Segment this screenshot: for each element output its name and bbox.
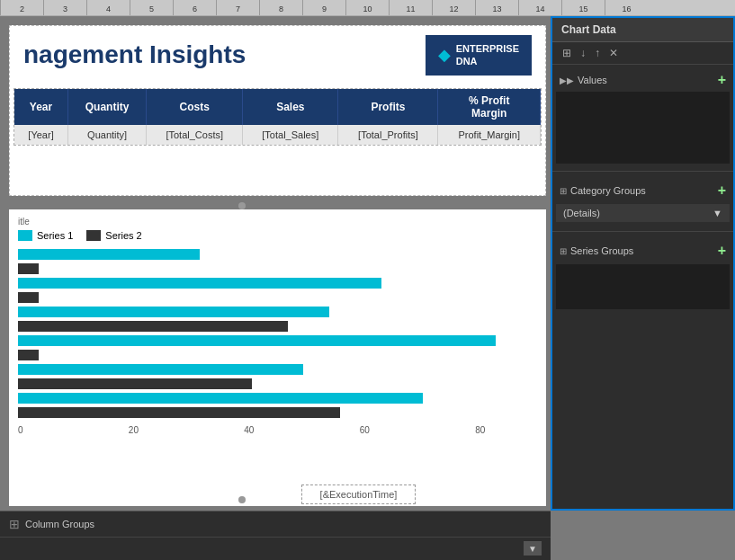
chart-data-panel: Chart Data ⊞ ↓ ↑ ✕ ▶▶ Values + — [551, 16, 735, 511]
ruler: 2 3 4 5 6 7 8 9 10 11 12 13 14 15 16 — [0, 0, 735, 16]
section-divider-2 — [552, 231, 733, 232]
logo-box: ◆ ENTERPRISE DNA — [426, 35, 532, 76]
x-label: 20 — [129, 425, 139, 435]
series-grid-icon: ⊞ — [560, 246, 567, 256]
ruler-tick: 4 — [86, 0, 130, 15]
values-header: ▶▶ Values + — [552, 68, 733, 92]
legend-color-2 — [86, 230, 101, 241]
bar-fill-teal — [18, 393, 423, 404]
ruler-tick: 10 — [345, 0, 389, 15]
bar-row — [18, 335, 537, 347]
series-groups-section: ⊞ Series Groups + — [552, 236, 733, 315]
bar-fill-teal — [18, 335, 496, 346]
x-label: 0 — [18, 425, 23, 435]
toolbar-up-btn[interactable]: ↑ — [592, 46, 603, 60]
section-divider-1 — [552, 171, 733, 172]
category-groups-add-btn[interactable]: + — [718, 182, 726, 199]
details-value: (Details) — [563, 208, 600, 218]
cell-sales: [Total_Sales] — [243, 125, 338, 145]
bar-row — [18, 393, 537, 404]
column-groups-panel: ⊞ Column Groups ▼ — [0, 511, 551, 560]
col-group-content: ▼ — [0, 538, 551, 559]
series-groups-label: Series Groups — [570, 245, 633, 256]
category-groups-header: ⊞ Category Groups + — [552, 179, 733, 202]
bar-fill-teal — [18, 278, 381, 289]
col-year: Year — [14, 89, 68, 125]
values-add-btn[interactable]: + — [718, 72, 726, 88]
ruler-tick: 7 — [216, 0, 259, 15]
bar-fill-dark — [18, 263, 39, 274]
col-group-dropdown[interactable]: ▼ — [524, 541, 542, 556]
col-group-header: ⊞ Column Groups — [0, 511, 551, 538]
cell-profits: [Total_Profits] — [338, 125, 438, 145]
legend-label-2: Series 2 — [105, 230, 141, 241]
execution-time-value: [&ExecutionTime] — [320, 489, 398, 500]
toolbar-down-btn[interactable]: ↓ — [578, 46, 588, 60]
bar-chart: 0 20 40 60 80 — [9, 244, 546, 440]
series-groups-header: ⊞ Series Groups + — [552, 239, 733, 262]
ruler-tick: 5 — [130, 0, 173, 15]
logo-icon: ◆ — [438, 45, 451, 65]
bar-row — [18, 249, 537, 261]
values-arrow-icon: ▶▶ — [560, 76, 574, 85]
bar-fill-teal — [18, 249, 200, 260]
ruler-tick: 16 — [605, 0, 648, 15]
dropdown-arrow-icon: ▼ — [713, 208, 722, 218]
execution-time-box: [&ExecutionTime] — [301, 484, 417, 504]
cell-costs: [Total_Costs] — [147, 125, 243, 145]
table-wrapper: Year Quantity Costs Sales Profits % Prof… — [13, 88, 542, 146]
report-canvas: nagement Insights ◆ ENTERPRISE DNA Year … — [0, 16, 735, 560]
table-row: [Year] Quantity] [Total_Costs] [Total_Sa… — [14, 125, 541, 145]
logo-text: ENTERPRISE DNA — [456, 42, 519, 68]
ruler-tick: 13 — [475, 0, 518, 15]
category-groups-section: ⊞ Category Groups + (Details) ▼ — [552, 175, 733, 227]
report-header: nagement Insights ◆ ENTERPRISE DNA — [10, 26, 545, 84]
ruler-tick: 11 — [389, 0, 432, 15]
category-grid-icon: ⊞ — [560, 186, 567, 196]
toolbar-grid-btn[interactable]: ⊞ — [560, 46, 574, 60]
col-costs: Costs — [147, 89, 243, 125]
bar-row — [18, 378, 537, 390]
ruler-tick: 6 — [173, 0, 216, 15]
toolbar-delete-btn[interactable]: ✕ — [606, 46, 621, 60]
execution-time-area: [&ExecutionTime] — [180, 484, 537, 504]
bar-row — [18, 407, 537, 419]
legend-label-1: Series 1 — [37, 230, 73, 241]
panel-toolbar: ⊞ ↓ ↑ ✕ — [552, 42, 733, 65]
bar-row — [18, 292, 537, 304]
details-dropdown[interactable]: (Details) ▼ — [556, 204, 730, 222]
bar-fill-teal — [18, 307, 329, 317]
bar-row — [18, 321, 537, 333]
panel-header: Chart Data — [552, 18, 733, 42]
legend-item-2: Series 2 — [86, 230, 141, 241]
col-profits: Profits — [338, 89, 438, 125]
data-table: Year Quantity Costs Sales Profits % Prof… — [14, 89, 541, 145]
ruler-tick: 15 — [561, 0, 605, 15]
ruler-tick: 9 — [302, 0, 345, 15]
bar-fill-dark — [18, 292, 39, 303]
bar-row — [18, 350, 537, 361]
bar-row — [18, 278, 537, 289]
legend-item-1: Series 1 — [18, 230, 73, 241]
chart-legend: Series 1 Series 2 — [9, 227, 546, 244]
chart-title: itle — [9, 209, 546, 227]
ruler-tick: 3 — [43, 0, 86, 15]
bar-fill-dark — [18, 407, 340, 418]
bar-row — [18, 364, 537, 376]
ruler-tick: 8 — [259, 0, 302, 15]
category-groups-label: Category Groups — [570, 185, 646, 196]
bar-fill-teal — [18, 364, 303, 375]
chart-area: itle Series 1 Series 2 — [9, 209, 546, 506]
report-page-top: nagement Insights ◆ ENTERPRISE DNA Year … — [9, 25, 546, 196]
ruler-tick: 12 — [432, 0, 475, 15]
col-quantity: Quantity — [68, 89, 147, 125]
scroll-handle-horizontal[interactable] — [238, 202, 246, 209]
ruler-tick: 2 — [0, 0, 43, 15]
bar-fill-dark — [18, 378, 252, 389]
series-groups-add-btn[interactable]: + — [718, 243, 726, 259]
report-title: nagement Insights — [23, 40, 246, 69]
panel-title: Chart Data — [561, 23, 616, 36]
values-label: Values — [578, 75, 607, 85]
cell-quantity: Quantity] — [68, 125, 147, 145]
bar-fill-dark — [18, 350, 39, 360]
